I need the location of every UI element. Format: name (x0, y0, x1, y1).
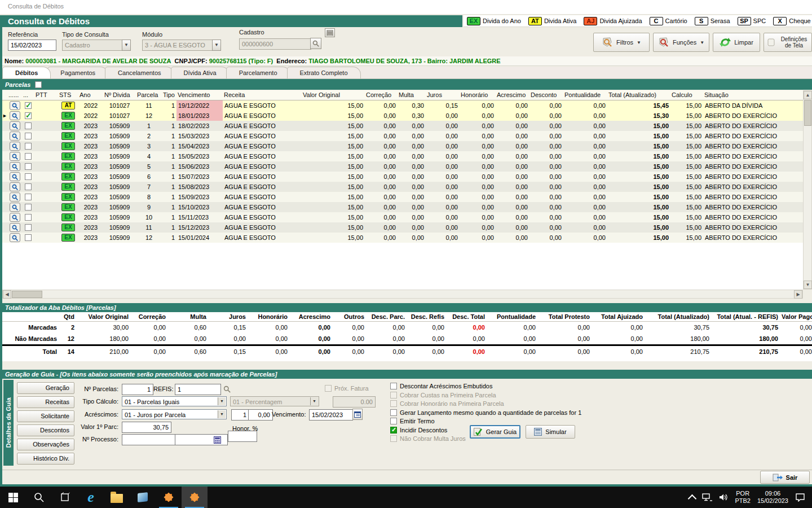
column-header-juros[interactable]: Juros (426, 90, 460, 100)
row-checkbox[interactable] (25, 143, 32, 150)
row-checkbox[interactable] (25, 183, 32, 190)
acrescimos-select[interactable]: 01 - Juros por Parcela (122, 409, 227, 419)
row-checkbox[interactable] (25, 153, 32, 160)
row-checkbox[interactable] (25, 112, 32, 119)
tab-1[interactable]: Pagamentos (47, 67, 108, 78)
vertical-scroll-thumb[interactable] (804, 100, 811, 126)
tab-3[interactable]: Dívida Ativa (171, 67, 230, 78)
guia-check-3[interactable]: Gerar Lançamento mesmo quando a quantida… (390, 409, 581, 416)
column-header-receita[interactable]: Receita (223, 90, 302, 100)
valor-parc-input[interactable]: 30,75 (122, 422, 171, 433)
table-row[interactable]: ►EX202210102712118/01/2023AGUA E ESGOTO1… (2, 111, 803, 121)
tab-5[interactable]: Extrato Completo (287, 67, 361, 78)
row-magnifier-icon[interactable] (7, 121, 22, 131)
row-magnifier-icon[interactable] (7, 222, 22, 233)
acrescimos-valor-input[interactable]: 0,00 (248, 409, 273, 421)
row-checkbox-cell[interactable] (22, 212, 34, 222)
sair-button[interactable]: Sair (760, 471, 810, 484)
column-header-venc[interactable]: Vencimento (176, 90, 223, 100)
definicoes-tela-button[interactable]: Definições de Tela (764, 33, 812, 52)
tipo-calculo-select[interactable]: 01 - Parcelas Iguais (122, 396, 227, 406)
scroll-right-icon[interactable]: ▶ (794, 290, 802, 299)
n-parcelas-input[interactable]: 1 (122, 384, 153, 395)
table-row[interactable]: EX202310590911115/12/2023AGUA E ESGOTO15… (2, 222, 803, 233)
row-magnifier-icon[interactable] (7, 131, 22, 141)
parcelas-select-all-checkbox[interactable] (35, 81, 42, 88)
funcoes-button[interactable]: Funções▼ (653, 33, 709, 52)
refis-input[interactable]: 1 (175, 384, 221, 395)
row-magnifier-icon[interactable] (7, 111, 22, 121)
table-row[interactable]: EX20231059092115/03/2023AGUA E ESGOTO15,… (2, 131, 803, 141)
horizontal-scrollbar[interactable]: ◀ ▶ (2, 290, 803, 299)
processo-calc-button[interactable] (212, 435, 222, 445)
column-header-sts[interactable]: STS (58, 90, 78, 100)
column-header-parcela[interactable]: Parcela (136, 90, 162, 100)
row-magnifier-icon[interactable] (7, 233, 22, 243)
row-checkbox-cell[interactable] (22, 222, 34, 233)
row-checkbox-cell[interactable] (22, 141, 34, 151)
table-row[interactable]: EX20231059095115/06/2023AGUA E ESGOTO15,… (2, 161, 803, 172)
guia-nav-2[interactable]: Solicitante (17, 410, 74, 422)
column-header-chk[interactable]: ... (22, 90, 34, 100)
row-checkbox-cell[interactable] (22, 233, 34, 243)
column-header-pont[interactable]: Pontualidade (563, 90, 607, 100)
row-checkbox[interactable] (25, 173, 32, 180)
column-header-calc[interactable]: Calculo (670, 90, 703, 100)
tray-language[interactable]: PORPTB2 (735, 490, 751, 505)
row-checkbox-cell[interactable] (22, 121, 34, 131)
column-header-tipo[interactable]: Tipo (162, 90, 176, 100)
taskbar-search-button[interactable] (26, 487, 52, 508)
guia-nav-1[interactable]: Receitas (17, 396, 74, 408)
speaker-icon[interactable] (719, 493, 728, 501)
column-header-multa[interactable]: Multa (398, 90, 426, 100)
task-view-button[interactable] (52, 487, 78, 508)
row-magnifier-icon[interactable] (7, 212, 22, 222)
table-row[interactable]: EX20231059093115/04/2023AGUA E ESGOTO15,… (2, 141, 803, 151)
row-checkbox-cell[interactable] (22, 182, 34, 192)
row-checkbox[interactable] (25, 194, 32, 200)
row-checkbox[interactable] (25, 122, 32, 129)
column-header-acresc[interactable]: Acrescimo (496, 90, 529, 100)
app-orange-2-button[interactable] (182, 487, 208, 508)
table-row[interactable]: EX20231059091118/02/2023AGUA E ESGOTO15,… (2, 121, 803, 131)
vertical-scrollbar[interactable]: ▲ ▼ (803, 90, 812, 290)
table-row[interactable]: EX20231059096115/07/2023AGUA E ESGOTO15,… (2, 172, 803, 182)
table-row[interactable]: EX20231059097115/08/2023AGUA E ESGOTO15,… (2, 182, 803, 192)
start-button[interactable] (0, 487, 26, 508)
column-header-valor[interactable]: Valor Original (302, 90, 365, 100)
processo-input[interactable] (122, 434, 176, 445)
row-magnifier-icon[interactable] (7, 141, 22, 151)
gerar-guia-button[interactable]: Gerar Guia (470, 425, 520, 439)
column-header-corr[interactable]: Correção (365, 90, 398, 100)
tray-chevron-up-icon[interactable] (688, 494, 697, 503)
table-row[interactable]: EX20231059099115/10/2023AGUA E ESGOTO15,… (2, 202, 803, 212)
file-explorer-button[interactable] (104, 487, 130, 508)
guia-nav-0[interactable]: Geração (17, 382, 74, 394)
checkbox[interactable] (390, 409, 397, 416)
row-checkbox[interactable] (25, 163, 32, 170)
row-checkbox-cell[interactable] (22, 161, 34, 172)
row-magnifier-icon[interactable] (7, 161, 22, 172)
row-checkbox-cell[interactable] (22, 172, 34, 182)
row-magnifier-icon[interactable] (7, 151, 22, 161)
column-header-sit[interactable]: Situação (703, 90, 792, 100)
cadastro-search-button[interactable] (310, 38, 321, 49)
row-checkbox[interactable] (25, 133, 32, 139)
referencia-input[interactable]: 15/02/2023 (8, 40, 56, 51)
table-row[interactable]: EX202310590910115/11/2023AGUA E ESGOTO15… (2, 212, 803, 222)
row-checkbox-cell[interactable] (22, 192, 34, 202)
tab-0[interactable]: Débitos (2, 67, 51, 78)
row-checkbox-cell[interactable] (22, 202, 34, 212)
guia-check-5[interactable]: Incidir Descontos (390, 427, 447, 433)
row-checkbox[interactable] (25, 234, 32, 241)
simular-button[interactable]: Simular (526, 425, 575, 439)
scroll-up-icon[interactable]: ▲ (804, 91, 812, 99)
app-orange-1-button[interactable] (156, 487, 182, 508)
row-magnifier-icon[interactable] (7, 100, 22, 111)
column-header-ano[interactable]: Ano (78, 90, 103, 100)
row-checkbox[interactable] (25, 102, 32, 109)
limpar-button[interactable]: Limpar (713, 33, 760, 52)
horizontal-scroll-thumb[interactable] (12, 291, 42, 298)
vencimento-input[interactable]: 15/02/2023 (309, 409, 353, 421)
row-magnifier-icon[interactable] (7, 172, 22, 182)
